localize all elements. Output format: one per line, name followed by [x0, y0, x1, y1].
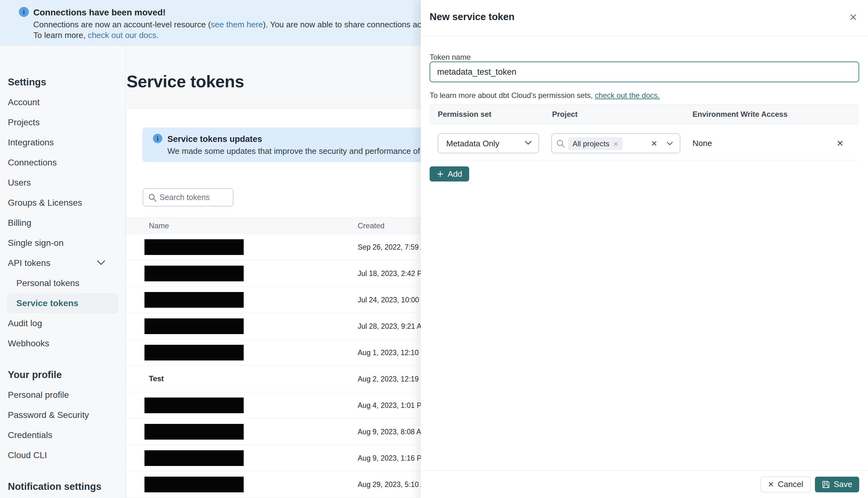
sidebar-item-connections[interactable]: Connections — [0, 153, 125, 173]
search-tokens-box[interactable] — [143, 188, 233, 206]
redacted-token-name — [144, 450, 244, 466]
column-header-created: Created — [358, 221, 384, 230]
search-icon — [148, 194, 157, 202]
cancel-button[interactable]: ✕ Cancel — [761, 477, 811, 492]
sidebar-item-service-tokens[interactable]: Service tokens — [7, 293, 118, 313]
sidebar-item-integrations[interactable]: Integrations — [0, 132, 125, 153]
close-icon[interactable]: ✕ — [846, 10, 860, 25]
infobox-title: Service tokens updates — [167, 134, 262, 144]
sidebar-item-account[interactable]: Account — [0, 92, 125, 113]
column-header-project: Project — [552, 110, 578, 119]
sidebar-item-personal-tokens[interactable]: Personal tokens — [0, 273, 125, 293]
divider — [430, 160, 859, 160]
add-permission-button[interactable]: + Add — [430, 167, 469, 182]
redacted-token-name — [144, 397, 244, 413]
sidebar-heading-settings: Settings — [0, 72, 125, 92]
sidebar-item-webhooks[interactable]: Webhooks — [0, 333, 125, 354]
token-name: Test — [149, 374, 164, 383]
add-button-label: Add — [447, 169, 462, 179]
sidebar-item-cloud-cli[interactable]: Cloud CLI — [0, 445, 125, 466]
new-service-token-panel: New service token ✕ Token name To learn … — [421, 0, 868, 498]
redacted-token-name — [144, 477, 244, 492]
redacted-token-name — [144, 318, 244, 334]
chip-remove-icon[interactable]: ✕ — [613, 140, 618, 148]
permission-set-select[interactable]: Metadata Only — [438, 133, 539, 153]
banner-text-pre: Connections are now an account-level res… — [33, 20, 211, 29]
save-floppy-icon — [822, 481, 830, 488]
token-created-date: Jul 24, 2023, 10:00 AM — [358, 296, 432, 304]
info-icon: i — [153, 134, 162, 143]
sidebar-item-personal-profile[interactable]: Personal profile — [0, 385, 125, 405]
helper-pre: To learn more about dbt Cloud's permissi… — [430, 91, 595, 100]
clear-selection-icon[interactable]: ✕ — [648, 138, 660, 149]
redacted-token-name — [144, 266, 244, 281]
close-icon: ✕ — [768, 480, 774, 489]
env-write-access-value: None — [693, 139, 712, 148]
panel-title: New service token — [430, 11, 515, 23]
permission-set-value: Metadata Only — [446, 139, 499, 148]
see-them-here-link[interactable]: see them here — [211, 20, 263, 29]
sidebar-item-groups-licenses[interactable]: Groups & Licenses — [0, 193, 125, 213]
sidebar-item-users[interactable]: Users — [0, 173, 125, 193]
redacted-token-name — [144, 345, 244, 361]
column-header-env-write-access: Environment Write Access — [693, 110, 788, 119]
check-out-docs-link[interactable]: check out the docs. — [595, 91, 660, 100]
token-name-label: Token name — [430, 53, 471, 62]
project-combobox[interactable]: All projects✕ ✕ — [551, 133, 680, 153]
permission-table-header: Permission set Project Environment Write… — [430, 105, 859, 124]
panel-header: New service token ✕ — [421, 0, 868, 36]
sidebar-item-billing[interactable]: Billing — [0, 213, 125, 233]
redacted-token-name — [144, 239, 244, 255]
column-header-permission-set: Permission set — [438, 110, 491, 119]
save-button-label: Save — [834, 480, 852, 489]
column-header-name: Name — [149, 221, 169, 230]
sidebar-heading-your-profile: Your profile — [0, 365, 125, 385]
permission-row: Metadata Only All projects✕ ✕ N — [430, 133, 859, 154]
sidebar-item-projects[interactable]: Projects — [0, 113, 125, 132]
search-icon — [556, 139, 565, 149]
remove-row-icon[interactable]: ✕ — [833, 136, 847, 150]
search-input[interactable] — [159, 189, 230, 206]
chevron-down-icon — [525, 141, 532, 146]
sidebar-item-password-security[interactable]: Password & Security — [0, 405, 125, 425]
check-docs-link[interactable]: check out our docs. — [88, 30, 158, 40]
sidebar-item-api-tokens[interactable]: API tokens — [0, 253, 125, 273]
redacted-token-name — [144, 292, 244, 308]
sidebar-item-single-sign-on[interactable]: Single sign-on — [0, 233, 125, 253]
chevron-down-icon — [97, 260, 106, 265]
save-button[interactable]: Save — [815, 477, 859, 492]
chevron-down-icon[interactable] — [667, 141, 673, 147]
token-name-input[interactable] — [430, 62, 859, 82]
sidebar-heading-notification-settings: Notification settings — [0, 477, 125, 497]
banner-text-2: To learn more, check out our docs. — [33, 30, 159, 40]
banner-text2-pre: To learn more, — [33, 30, 88, 40]
banner-title: Connections have been moved! — [33, 8, 166, 17]
permission-helper-text: To learn more about dbt Cloud's permissi… — [430, 91, 660, 100]
chip-label: All projects — [573, 140, 609, 148]
all-projects-chip[interactable]: All projects✕ — [568, 137, 623, 150]
cancel-button-label: Cancel — [778, 480, 803, 489]
redacted-token-name — [144, 424, 244, 440]
plus-icon: + — [436, 170, 444, 178]
panel-footer: ✕ Cancel Save — [421, 470, 868, 498]
info-icon: i — [19, 7, 29, 17]
sidebar-item-audit-log[interactable]: Audit log — [0, 313, 125, 333]
settings-sidebar: SettingsAccountProjectsIntegrationsConne… — [0, 46, 126, 498]
page-title: Service tokens — [127, 71, 244, 91]
sidebar-item-credentials[interactable]: Credentials — [0, 425, 125, 445]
